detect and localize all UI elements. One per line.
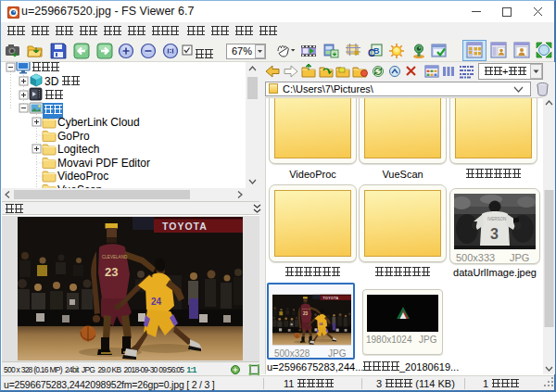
svg-text:C: C [368,47,375,58]
svg-text:3: 3 [490,226,499,242]
svg-text:IVERSON: IVERSON [487,217,506,221]
svg-text:67%: 67% [232,45,252,57]
